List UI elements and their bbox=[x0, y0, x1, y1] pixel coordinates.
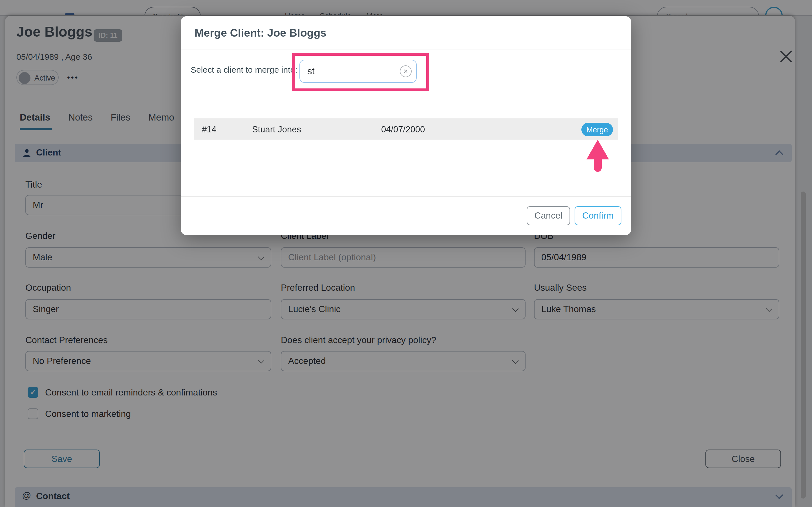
annotation-arrow-tail bbox=[594, 158, 602, 172]
annotation-arrow bbox=[587, 140, 609, 159]
modal-footer: Cancel Confirm bbox=[181, 196, 631, 235]
modal-header: Merge Client: Joe Bloggs bbox=[181, 16, 631, 50]
merge-result-row[interactable]: #14 Stuart Jones 04/07/2000 Merge bbox=[194, 118, 618, 140]
result-client-name: Stuart Jones bbox=[252, 118, 301, 141]
result-client-dob: 04/07/2000 bbox=[381, 118, 425, 141]
merge-button[interactable]: Merge bbox=[581, 123, 613, 136]
result-client-id: #14 bbox=[202, 118, 216, 141]
confirm-button[interactable]: Confirm bbox=[574, 206, 621, 225]
merge-client-modal: Merge Client: Joe Bloggs Select a client… bbox=[181, 16, 631, 235]
cancel-button[interactable]: Cancel bbox=[527, 206, 570, 225]
merge-select-label: Select a client to merge into: bbox=[191, 65, 297, 74]
screen: Create New Home Schedule More Search... … bbox=[0, 0, 812, 507]
annotation-highlight-box bbox=[292, 53, 429, 91]
modal-title: Merge Client: Joe Bloggs bbox=[195, 26, 326, 40]
